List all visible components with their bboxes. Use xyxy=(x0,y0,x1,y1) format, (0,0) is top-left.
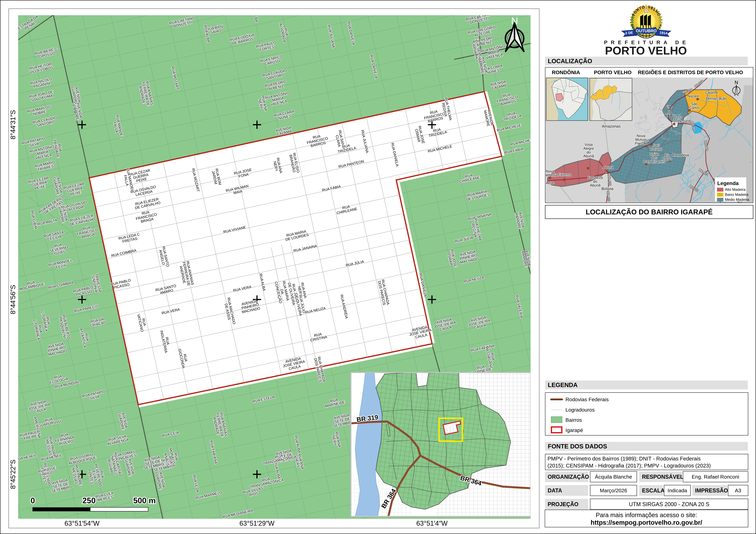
svg-text:Igarapé: Igarapé xyxy=(565,427,583,433)
svg-text:Rodovias Federais: Rodovias Federais xyxy=(565,396,608,402)
svg-text:63°51′54″W: 63°51′54″W xyxy=(65,520,99,527)
svg-text:UTM SIRGAS 2000 - ZONA 20 S: UTM SIRGAS 2000 - ZONA 20 S xyxy=(629,501,709,507)
svg-text:Calama: Calama xyxy=(705,90,718,94)
svg-text:PORTO VELHO: PORTO VELHO xyxy=(605,44,687,57)
svg-text:FONTE DOS DADOS: FONTE DOS DADOS xyxy=(548,443,607,450)
svg-text:Rondônia: Rondônia xyxy=(672,153,689,157)
svg-text:REGIÕES E DISTRITOS DE PORTO V: REGIÕES E DISTRITOS DE PORTO VELHO xyxy=(638,69,743,75)
svg-text:Indicada: Indicada xyxy=(668,488,687,493)
svg-text:8°44′56″S: 8°44′56″S xyxy=(9,285,16,314)
svg-text:A3: A3 xyxy=(735,488,741,493)
svg-text:Extrema: Extrema xyxy=(558,172,572,177)
svg-text:500 m: 500 m xyxy=(133,496,156,505)
svg-text:Março/2026: Março/2026 xyxy=(600,488,627,493)
svg-text:LEGENDA: LEGENDA xyxy=(548,382,578,388)
svg-text:Legenda: Legenda xyxy=(717,180,739,186)
svg-text:Amazonas: Amazonas xyxy=(602,124,621,129)
svg-text:PROJEÇÃO: PROJEÇÃO xyxy=(548,501,579,507)
svg-text:Acre: Acre xyxy=(546,181,554,185)
svg-text:0: 0 xyxy=(31,496,35,505)
svg-text:ESCALA: ESCALA xyxy=(642,487,664,494)
svg-text:63°51′4″W: 63°51′4″W xyxy=(416,520,448,527)
svg-text:DATA: DATA xyxy=(548,487,562,494)
svg-text:Eng. Rafael Ronconi: Eng. Rafael Ronconi xyxy=(692,474,739,480)
svg-text:Para mais informações acesso o: Para mais informações acesso o site: xyxy=(596,512,697,518)
svg-text:Baixo Madeira: Baixo Madeira xyxy=(725,192,748,196)
svg-text:250: 250 xyxy=(82,496,96,505)
svg-text:BR 364: BR 364 xyxy=(681,120,691,123)
svg-text:2 DE: 2 DE xyxy=(625,31,633,35)
svg-text:Bairros: Bairros xyxy=(565,417,582,423)
svg-text:1914: 1914 xyxy=(660,31,667,35)
svg-text:Logradouros: Logradouros xyxy=(565,407,595,413)
svg-text:N: N xyxy=(735,80,738,85)
svg-text:Abunã: Abunã xyxy=(603,165,613,169)
svg-text:https://sempog.portovelho.ro.g: https://sempog.portovelho.ro.gov.br/ xyxy=(591,519,702,526)
svg-text:Bolívia: Bolívia xyxy=(602,186,613,191)
svg-text:RESPONSÁVEL: RESPONSÁVEL xyxy=(642,474,684,480)
svg-text:OUTUBRO: OUTUBRO xyxy=(636,29,657,33)
svg-text:8°44′31″S: 8°44′31″S xyxy=(9,110,16,139)
svg-text:RONDÔNIA: RONDÔNIA xyxy=(552,69,580,75)
svg-text:PMPV - Perímetro dos Bairros (: PMPV - Perímetro dos Bairros (1989); DNI… xyxy=(548,456,701,462)
svg-text:(2015); CENSIPAM - Hidrografia: (2015); CENSIPAM - Hidrografia (2017); P… xyxy=(548,463,711,469)
svg-text:Demarcação: Demarcação xyxy=(706,96,727,100)
svg-text:63°51′29″W: 63°51′29″W xyxy=(239,520,275,527)
svg-text:Ácquila Blanche: Ácquila Blanche xyxy=(595,474,632,480)
svg-text:Alto Madeira: Alto Madeira xyxy=(725,188,745,191)
svg-text:8°45′22″S: 8°45′22″S xyxy=(9,460,16,489)
svg-text:LOCALIZAÇÃO DO BAIRRO IGARAPÉ: LOCALIZAÇÃO DO BAIRRO IGARAPÉ xyxy=(585,208,713,216)
svg-text:ORGANIZAÇÃO: ORGANIZAÇÃO xyxy=(548,473,589,480)
svg-text:IMPRESSÃO: IMPRESSÃO xyxy=(695,487,728,494)
svg-text:Médio Madeira: Médio Madeira xyxy=(725,197,749,202)
svg-text:LOCALIZAÇÃO: LOCALIZAÇÃO xyxy=(548,58,592,64)
svg-text:VistaAlegredoAbunã: VistaAlegredoAbunã xyxy=(583,142,594,158)
svg-text:Nazaré: Nazaré xyxy=(687,94,699,98)
svg-text:PORTO VELHO: PORTO VELHO xyxy=(594,69,632,75)
